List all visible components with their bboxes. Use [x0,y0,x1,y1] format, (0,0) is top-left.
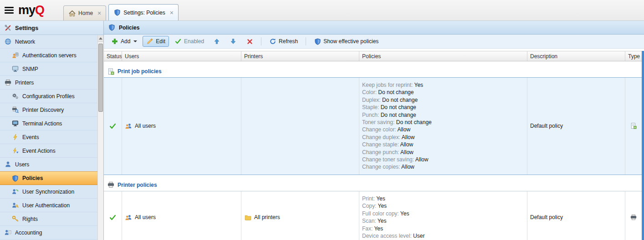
policy-line: Change staple: Allow [362,141,524,148]
toolbar: Add Edit Enabled [104,35,644,49]
accounting-icon [4,229,11,236]
auth-server-icon [11,52,19,59]
sidebar-item-label: Terminal Actions [22,120,62,127]
column-header-description[interactable]: Description [527,51,625,61]
printer-policy-type-icon [630,214,637,221]
policies-cell: Keep jobs for reprint: Yes Color: Do not… [359,78,527,175]
sidebar-item-label: User Authentication [22,202,70,209]
section-printer-policies: Printer policies [104,179,642,191]
sidebar-item-snmp[interactable]: SNMP [0,62,103,76]
tab-home[interactable]: Home × [63,5,106,20]
users-value: All users [135,123,156,129]
page-title: Policies [119,25,139,31]
sidebar-item-label: Authentication servers [22,52,77,59]
policy-line: Staple: Do not change [362,104,524,111]
sidebar-item-terminal-actions[interactable]: Terminal Actions [0,117,103,130]
move-down-button[interactable] [226,36,240,47]
sidebar-item-configuration-profiles[interactable]: Configuration Profiles [0,90,103,103]
sidebar-item-events[interactable]: Events [0,130,103,144]
close-icon[interactable]: × [97,10,101,16]
pencil-icon [146,38,153,45]
status-check-icon [109,122,117,130]
table-row[interactable]: All users Keep jobs for reprint: Yes Col… [104,77,642,175]
scrollbar-thumb[interactable] [98,44,103,112]
terminal-icon [11,120,19,127]
sidebar-item-label: Configuration Profiles [22,93,75,100]
delete-button[interactable] [242,36,257,47]
sidebar-item-label: Event Actions [22,148,56,154]
description-cell: Default policy [527,78,625,175]
status-check-icon [109,214,117,221]
arrow-up-icon [213,38,220,45]
column-header-printers[interactable]: Printers [241,51,359,61]
user-icon [4,161,11,168]
show-effective-policies-button[interactable]: Show effective policies [310,36,382,47]
scroll-up-icon[interactable] [98,35,103,42]
tab-settings-policies[interactable]: Settings: Policies × [108,4,179,20]
sidebar-item-policies[interactable]: Policies [0,171,103,185]
status-cell [104,78,122,175]
delete-x-icon [246,38,253,45]
globe-icon [4,38,11,45]
sidebar-item-rights[interactable]: Rights [0,212,103,226]
column-header-policies[interactable]: Policies [359,51,527,61]
sidebar-item-label: Policies [22,175,43,181]
users-cell: All users [122,78,241,175]
column-header-status[interactable]: Status [104,51,122,61]
close-icon[interactable]: × [170,10,174,16]
enabled-button[interactable]: Enabled [171,36,208,47]
refresh-button[interactable]: Refresh [266,36,302,47]
print-job-policy-icon [107,68,114,75]
home-icon [68,10,76,17]
settings-tools-icon [4,24,11,31]
plus-icon [111,38,118,45]
type-cell [625,78,642,175]
sidebar-item-authentication-servers[interactable]: Authentication servers [0,49,103,62]
table-scrollbar[interactable] [642,51,644,240]
gears-icon [11,93,19,100]
sidebar-title: Settings [0,21,103,35]
lightning-icon [11,134,19,141]
table-row[interactable]: All users All printers Print: Yes Copy: … [104,191,642,240]
sidebar-title-label: Settings [15,25,38,31]
menu-hamburger-icon[interactable] [5,7,14,14]
refresh-button-label: Refresh [279,38,298,45]
move-up-button[interactable] [210,36,224,47]
toolbar-separator [306,37,306,45]
edit-button[interactable]: Edit [143,36,169,47]
sidebar-item-label: Printer Discovery [22,107,64,113]
policy-line: Change duplex: Allow [362,134,524,141]
arrow-down-icon [230,38,237,45]
column-header-type[interactable]: Type [625,51,642,61]
description-value: Default policy [530,214,563,220]
add-button[interactable]: Add [107,36,141,47]
lightning-action-icon [11,147,19,155]
sidebar-item-printers[interactable]: Printers [0,76,103,90]
policy-line: Change punch: Allow [362,149,524,156]
all-users-icon [125,214,132,221]
sidebar-item-accounting[interactable]: Accounting [0,226,103,240]
sidebar-item-label: Network [15,39,35,45]
panel-header: Policies [104,21,644,35]
column-header-users[interactable]: Users [122,51,241,61]
users-value: All users [135,214,156,220]
sidebar-item-user-authentication[interactable]: User Authentication [0,199,103,212]
all-users-icon [125,122,132,130]
sidebar-item-printer-discovery[interactable]: Printer Discovery [0,103,103,117]
policy-line: Change copies: Allow [362,163,524,170]
sidebar-item-users[interactable]: Users [0,158,103,171]
policy-line: Scan: Yes [362,217,524,225]
printers-value: All printers [254,214,280,220]
sidebar-scrollbar[interactable] [97,35,103,240]
tab-label: Settings: Policies [123,10,165,16]
sidebar-item-user-synchronization[interactable]: User Synchronization [0,185,103,199]
sidebar-item-event-actions[interactable]: Event Actions [0,144,103,158]
brand-area: myQ [0,0,51,20]
shield-icon [113,9,121,16]
table-body: Print job policies All users [104,61,642,240]
sidebar-item-network[interactable]: Network [0,35,103,49]
policy-line: Change color: Allow [362,126,524,133]
policy-line: Color: Do not change [362,89,524,96]
user-key-icon [11,202,19,209]
policy-line: Keep jobs for reprint: Yes [362,81,524,89]
